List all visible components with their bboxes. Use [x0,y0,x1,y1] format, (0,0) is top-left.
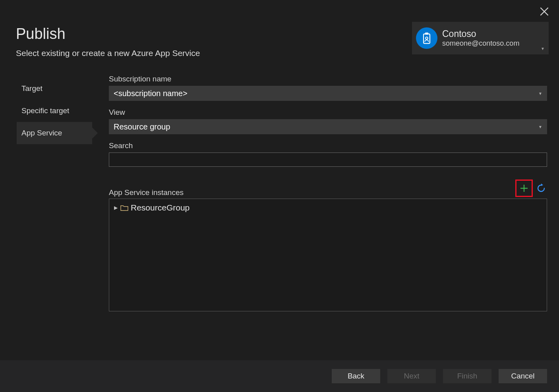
cancel-button[interactable]: Cancel [499,369,547,383]
chevron-down-icon: ▼ [538,91,542,96]
publish-dialog: Publish Select existing or create a new … [0,0,559,392]
tree-node-resourcegroup[interactable]: ▶ ResourceGroup [113,202,543,213]
dialog-subtitle: Select existing or create a new Azure Ap… [16,48,200,58]
close-icon [540,7,549,16]
account-email: someone@contoso.com [442,39,519,48]
view-dropdown[interactable]: Resource group ▼ [109,119,547,134]
back-button[interactable]: Back [332,369,380,383]
search-label: Search [109,141,547,150]
subscription-label: Subscription name [109,75,547,83]
refresh-icon [536,183,546,193]
subscription-value: <subscription name> [114,89,188,98]
dialog-title: Publish [16,25,66,42]
dialog-footer: Back Next Finish Cancel [0,360,559,392]
instances-tree[interactable]: ▶ ResourceGroup [109,199,547,311]
svg-rect-2 [424,34,430,43]
next-button: Next [387,369,436,383]
add-instance-button[interactable] [515,180,533,197]
refresh-button[interactable] [535,182,547,194]
view-label: View [109,108,547,117]
svg-point-4 [426,37,428,39]
account-name: Contoso [442,29,519,39]
account-avatar [416,27,437,49]
nav-item-target[interactable]: Target [17,77,92,100]
badge-icon [420,32,433,44]
content-panel: Subscription name <subscription name> ▼ … [109,75,547,311]
nav-label: App Service [21,129,62,137]
svg-rect-3 [425,33,428,35]
tree-node-label: ResourceGroup [131,203,190,212]
nav-label: Specific target [21,106,69,115]
subscription-dropdown[interactable]: <subscription name> ▼ [109,86,547,101]
nav-label: Target [21,84,43,93]
finish-button: Finish [443,369,491,383]
close-button[interactable] [540,7,549,16]
instances-actions [515,180,547,197]
search-input[interactable] [109,153,547,167]
folder-icon [120,205,128,211]
nav-item-specific-target[interactable]: Specific target [17,100,92,122]
account-text: Contoso someone@contoso.com [442,29,519,48]
wizard-nav: Target Specific target App Service [17,77,92,144]
instances-header: App Service instances [109,180,547,197]
nav-item-app-service[interactable]: App Service [17,122,92,144]
instances-label: App Service instances [109,188,184,197]
plus-icon [519,183,529,193]
view-value: Resource group [114,122,170,131]
account-caret-icon: ▼ [541,46,545,51]
chevron-down-icon: ▼ [538,125,542,129]
account-selector[interactable]: Contoso someone@contoso.com ▼ [412,22,549,54]
expand-icon[interactable]: ▶ [113,205,118,210]
